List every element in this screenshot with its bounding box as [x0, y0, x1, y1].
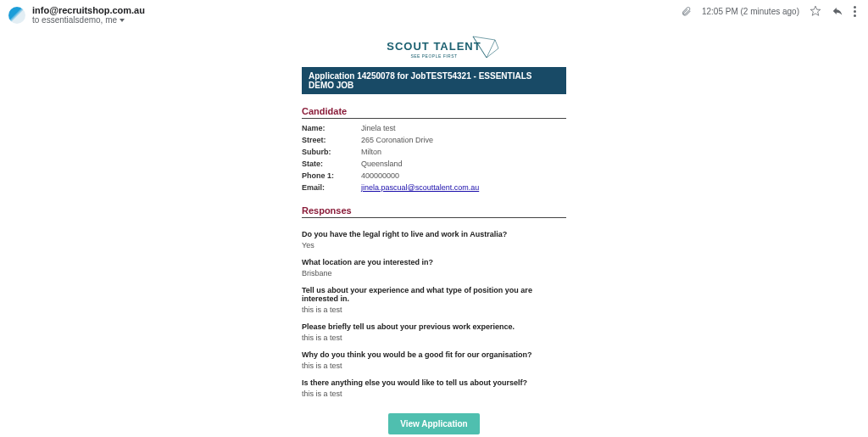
- svg-marker-0: [810, 6, 821, 15]
- candidate-label: Street:: [302, 136, 361, 144]
- application-banner: Application 14250078 for JobTEST54321 - …: [302, 67, 566, 94]
- responses-section-title: Responses: [302, 193, 566, 218]
- response-question: What location are you interested in?: [302, 249, 566, 266]
- more-icon[interactable]: [854, 6, 856, 17]
- response-answer: Brisbane: [302, 266, 566, 277]
- candidate-row: State:Queensland: [302, 158, 566, 170]
- candidate-value: Jinela test: [361, 124, 396, 132]
- response-answer: this is a test: [302, 331, 566, 342]
- candidate-row: Phone 1:400000000: [302, 170, 566, 182]
- response-question: Tell us about your experience and what t…: [302, 277, 566, 303]
- response-question: Do you have the legal right to live and …: [302, 221, 566, 238]
- response-question: Please briefly tell us about your previo…: [302, 314, 566, 331]
- candidate-details: Name:Jinela testStreet:265 Coronation Dr…: [302, 122, 566, 193]
- candidate-email-link[interactable]: jinela.pascual@scouttalent.com.au: [361, 183, 479, 192]
- response-answer: this is a test: [302, 359, 566, 370]
- candidate-row: Suburb:Milton: [302, 146, 566, 158]
- view-button-wrap: View Application: [302, 398, 566, 434]
- reply-icon[interactable]: [832, 5, 843, 17]
- star-icon[interactable]: [810, 5, 821, 17]
- response-question: Is there anything else you would like to…: [302, 370, 566, 387]
- email-body: SCOUT TALENT SEE PEOPLE FIRST Applicatio…: [0, 28, 868, 434]
- candidate-value: jinela.pascual@scouttalent.com.au: [361, 183, 479, 192]
- chevron-down-icon: [120, 19, 125, 22]
- response-answer: this is a test: [302, 303, 566, 314]
- candidate-row: Email:jinela.pascual@scouttalent.com.au: [302, 182, 566, 193]
- candidate-section-title: Candidate: [302, 94, 566, 119]
- candidate-value: 400000000: [361, 171, 399, 180]
- candidate-row: Name:Jinela test: [302, 122, 566, 134]
- view-application-button[interactable]: View Application: [388, 413, 479, 434]
- recipients-text: to essentialsdemo, me: [32, 15, 117, 25]
- candidate-value: 265 Coronation Drive: [361, 136, 433, 144]
- logo-graphic-icon: [471, 35, 500, 60]
- candidate-label: Email:: [302, 183, 361, 192]
- sender-to[interactable]: to essentialsdemo, me: [32, 15, 145, 25]
- candidate-label: Phone 1:: [302, 171, 361, 180]
- logo-area: SCOUT TALENT SEE PEOPLE FIRST: [302, 28, 566, 67]
- responses-list: Do you have the legal right to live and …: [302, 221, 566, 398]
- sender-block: info@recruitshop.com.au to essentialsdem…: [32, 5, 145, 25]
- response-answer: this is a test: [302, 387, 566, 398]
- response-question: Why do you think you would be a good fit…: [302, 342, 566, 359]
- timestamp: 12:05 PM (2 minutes ago): [702, 7, 799, 16]
- mail-content: SCOUT TALENT SEE PEOPLE FIRST Applicatio…: [302, 28, 566, 434]
- sender-from: info@recruitshop.com.au: [32, 5, 145, 15]
- candidate-label: Name:: [302, 124, 361, 132]
- candidate-row: Street:265 Coronation Drive: [302, 134, 566, 146]
- candidate-value: Milton: [361, 148, 381, 156]
- logo-subtext: SEE PEOPLE FIRST: [302, 53, 566, 59]
- response-answer: Yes: [302, 238, 566, 249]
- email-header: info@recruitshop.com.au to essentialsdem…: [0, 0, 868, 28]
- header-meta: 12:05 PM (2 minutes ago): [681, 5, 856, 17]
- sender-avatar: [8, 7, 25, 24]
- logo-text: SCOUT TALENT: [387, 40, 481, 53]
- candidate-value: Queensland: [361, 160, 403, 168]
- candidate-label: Suburb:: [302, 148, 361, 156]
- attachment-icon[interactable]: [681, 6, 692, 17]
- candidate-label: State:: [302, 160, 361, 168]
